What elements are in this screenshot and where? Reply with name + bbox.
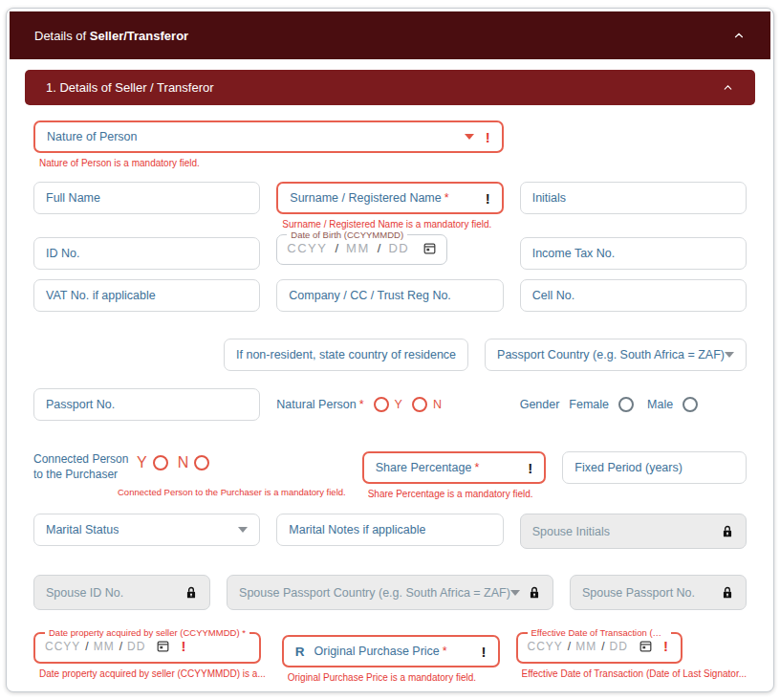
gender-label: Gender	[520, 398, 560, 411]
initials-input[interactable]: Initials	[520, 182, 747, 214]
date-of-birth-field[interactable]: Date of Birth (CCYYMMDD) CCYY/MM/DD	[276, 230, 447, 265]
gender-radio-group: Gender Female Male	[520, 388, 747, 412]
full-name-input[interactable]: Full Name	[33, 182, 260, 214]
date-of-birth-placeholder: CCYY/MM/DD	[287, 241, 437, 255]
page: Details of Seller/Transferor 1. Details …	[0, 0, 780, 700]
required-asterisk: *	[359, 398, 364, 411]
cell-no-label: Cell No.	[532, 289, 574, 302]
required-asterisk: *	[444, 191, 449, 205]
connected-person-label: Connected Person to the Purchaser	[33, 451, 137, 482]
income-tax-no-input[interactable]: Income Tax No.	[520, 237, 747, 270]
company-reg-no-label: Company / CC / Trust Reg No.	[289, 289, 451, 302]
marital-status-select[interactable]: Marital Status	[33, 514, 260, 546]
share-percentage-input[interactable]: Share Percentage* !	[362, 451, 547, 484]
connected-person-yes-label: Y	[137, 454, 147, 471]
calendar-icon[interactable]	[639, 639, 653, 653]
natural-person-yes-radio[interactable]	[374, 397, 389, 412]
required-asterisk: *	[443, 645, 447, 658]
date-of-birth-label: Date of Birth (CCYYMMDD)	[287, 230, 407, 240]
date-acquired-error: Date property acquired by seller (CCYYMM…	[39, 668, 266, 679]
share-percentage-error: Share Percentage is a mandatory field.	[368, 489, 547, 499]
section-title: Details of Seller/Transferor	[34, 29, 188, 43]
lock-icon	[184, 585, 198, 601]
id-no-label: ID No.	[46, 247, 79, 260]
nature-of-person-select[interactable]: Nature of Person !	[33, 120, 504, 153]
connected-person-error: Connected Person to the Purchaser is a m…	[118, 487, 346, 497]
gender-male-radio[interactable]	[682, 397, 698, 412]
connected-person-yes-radio[interactable]	[153, 455, 168, 470]
error-exclamation-icon: !	[486, 191, 490, 206]
natural-person-yes-label: Y	[395, 398, 402, 411]
fixed-period-label: Fixed Period (years)	[574, 461, 682, 474]
date-acquired-label: Date property acquired by seller (CCYYMM…	[45, 627, 249, 638]
id-no-input[interactable]: ID No.	[33, 237, 260, 270]
initials-label: Initials	[532, 191, 566, 205]
marital-status-label: Marital Status	[46, 523, 119, 536]
spouse-passport-country-select: Spouse Passport Country (e.g. South Afri…	[227, 575, 553, 610]
required-asterisk: *	[474, 461, 479, 474]
gender-female-label: Female	[569, 398, 609, 411]
connected-person-radio-group: Connected Person to the Purchaser Y N	[33, 451, 346, 482]
effective-date-label: Effective Date of Transaction (Date of L…	[528, 627, 671, 638]
error-exclamation-icon: !	[528, 461, 532, 475]
caret-down-icon	[510, 590, 520, 596]
vat-no-label: VAT No. if applicable	[46, 289, 156, 302]
natural-person-radio-group: Natural Person* Y N	[276, 388, 503, 412]
date-acquired-field[interactable]: Date property acquired by seller (CCYYMM…	[33, 627, 261, 664]
company-reg-no-input[interactable]: Company / CC / Trust Reg No.	[276, 279, 503, 312]
calendar-icon[interactable]	[156, 639, 170, 653]
subsection-title: 1. Details of Seller / Transferor	[46, 80, 214, 95]
passport-no-input[interactable]: Passport No.	[33, 388, 260, 421]
non-resident-country-input[interactable]: If non-resident, state country of reside…	[224, 339, 468, 371]
nature-of-person-label: Nature of Person	[47, 130, 138, 143]
effective-date-placeholder: CCYY/MM/DD !	[528, 639, 671, 653]
spouse-passport-no-label: Spouse Passport No.	[582, 586, 695, 600]
passport-country-select[interactable]: Passport Country (e.g. South Africa = ZA…	[485, 339, 747, 371]
error-exclamation-icon: !	[663, 639, 669, 653]
natural-person-no-label: N	[433, 398, 442, 411]
section-header-seller-transferor[interactable]: Details of Seller/Transferor	[10, 11, 770, 59]
fixed-period-input[interactable]: Fixed Period (years)	[562, 451, 747, 484]
chevron-up-icon[interactable]	[732, 29, 746, 42]
seller-transferor-card: Details of Seller/Transferor 1. Details …	[6, 8, 774, 692]
purchase-price-label: Original Purchase Price	[314, 645, 440, 658]
connected-person-no-radio[interactable]	[194, 455, 209, 470]
cell-no-input[interactable]: Cell No.	[520, 279, 747, 312]
passport-country-label: Passport Country (e.g. South Africa = ZA…	[497, 348, 725, 361]
marital-notes-input[interactable]: Marital Notes if applicable	[276, 514, 503, 546]
original-purchase-price-input[interactable]: R Original Purchase Price* !	[282, 635, 500, 667]
error-exclamation-icon: !	[181, 639, 186, 653]
surname-input[interactable]: Surname / Registered Name* !	[276, 182, 503, 214]
marital-notes-label: Marital Notes if applicable	[289, 523, 425, 536]
calendar-icon[interactable]	[422, 241, 437, 255]
income-tax-no-label: Income Tax No.	[532, 247, 616, 260]
connected-person-no-label: N	[178, 454, 189, 471]
error-exclamation-icon: !	[482, 645, 487, 659]
spouse-id-no-input: Spouse ID No.	[33, 575, 210, 610]
non-resident-country-label: If non-resident, state country of reside…	[236, 348, 456, 361]
spouse-id-no-label: Spouse ID No.	[46, 586, 123, 600]
share-percentage-label: Share Percentage	[376, 461, 472, 474]
spouse-passport-no-input: Spouse Passport No.	[570, 575, 747, 610]
natural-person-label: Natural Person	[276, 398, 356, 411]
currency-symbol: R	[295, 645, 305, 659]
seller-form: Nature of Person ! Nature of Person is a…	[10, 105, 770, 683]
surname-label: Surname / Registered Name	[290, 191, 441, 205]
purchase-price-error: Original Purchase Price is a mandatory f…	[288, 672, 500, 683]
error-exclamation-icon: !	[486, 130, 490, 144]
gender-female-radio[interactable]	[618, 397, 634, 412]
lock-icon	[721, 524, 734, 539]
natural-person-no-radio[interactable]	[412, 397, 427, 412]
lock-icon	[721, 585, 734, 601]
effective-date-field[interactable]: Effective Date of Transaction (Date of L…	[516, 627, 682, 664]
passport-no-label: Passport No.	[46, 398, 115, 411]
vat-no-input[interactable]: VAT No. if applicable	[33, 279, 260, 312]
date-acquired-placeholder: CCYY/MM/DD !	[45, 639, 249, 653]
nature-of-person-error: Nature of Person is a mandatory field.	[39, 158, 504, 168]
spouse-passport-country-label: Spouse Passport Country (e.g. South Afri…	[239, 586, 510, 600]
subsection-header-details[interactable]: 1. Details of Seller / Transferor	[25, 70, 755, 105]
effective-date-error: Effective Date of Transaction (Date of L…	[522, 668, 748, 679]
full-name-label: Full Name	[46, 191, 100, 205]
surname-error: Surname / Registered Name is a mandatory…	[282, 219, 503, 230]
chevron-up-icon[interactable]	[722, 81, 734, 94]
